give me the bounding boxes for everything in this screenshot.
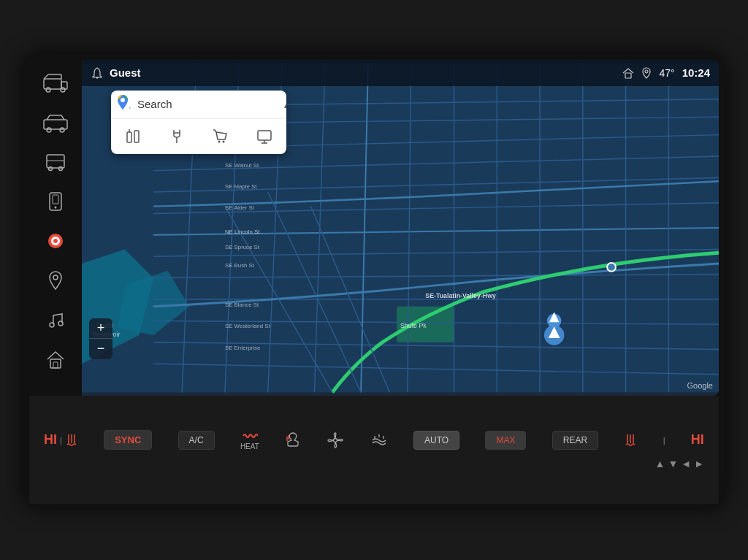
- sidebar-item-location[interactable]: [34, 261, 77, 299]
- google-maps-logo[interactable]: [112, 92, 133, 112]
- svg-rect-23: [50, 359, 61, 368]
- svg-point-19: [53, 239, 58, 243]
- svg-point-9: [60, 128, 64, 132]
- temperature-display: 47°: [659, 67, 674, 79]
- infotainment-screen: SE Cedar St SE Walnut St SE Maple St SE …: [29, 60, 719, 396]
- left-temp-area: HI |: [44, 432, 78, 448]
- search-category-food[interactable]: [111, 123, 155, 150]
- arrow-up[interactable]: ▲: [655, 458, 665, 469]
- top-bar: Guest 47° 10:24: [82, 60, 719, 86]
- svg-text:SE Alder St: SE Alder St: [225, 204, 255, 211]
- search-category-shopping[interactable]: [199, 123, 243, 150]
- controls-top-row: HI | SYNC A/C HEAT: [44, 430, 704, 450]
- home-icon[interactable]: [622, 67, 634, 79]
- bell-icon: [91, 66, 104, 80]
- search-input[interactable]: [137, 98, 276, 110]
- svg-point-12: [59, 166, 63, 170]
- svg-rect-91: [258, 131, 271, 140]
- sync-button[interactable]: SYNC: [104, 430, 152, 450]
- google-watermark: Google: [687, 381, 713, 390]
- svg-point-8: [47, 128, 51, 132]
- sidebar-item-phone[interactable]: [34, 183, 77, 220]
- svg-rect-0: [44, 79, 61, 89]
- svg-point-89: [218, 140, 221, 142]
- svg-text:SE Westerland St: SE Westerland St: [225, 323, 270, 329]
- svg-point-22: [58, 321, 63, 326]
- guest-label: Guest: [110, 66, 141, 79]
- svg-text:NE Lincoln St: NE Lincoln St: [225, 228, 260, 234]
- right-temp-hi: HI: [691, 432, 704, 448]
- left-temp-hi: HI: [44, 432, 57, 448]
- svg-text:SE Walnut St: SE Walnut St: [225, 161, 259, 168]
- heat-label: HEAT: [240, 442, 259, 450]
- search-panel: ▲: [111, 91, 286, 154]
- svg-text:SE Spruce St: SE Spruce St: [225, 244, 260, 250]
- heated-seat-icon[interactable]: [285, 431, 301, 449]
- svg-text:SE Maple St: SE Maple St: [225, 183, 257, 190]
- svg-point-79: [645, 70, 648, 73]
- svg-point-3: [61, 88, 65, 92]
- search-chevron-icon[interactable]: ▲: [282, 99, 286, 110]
- svg-text:SE Blance St: SE Blance St: [225, 301, 259, 307]
- svg-rect-84: [127, 132, 131, 142]
- svg-rect-10: [47, 155, 64, 168]
- zoom-in-button[interactable]: +: [89, 318, 112, 339]
- search-categories-row: [111, 118, 286, 154]
- arrow-right[interactable]: ►: [694, 458, 704, 469]
- sidebar-item-bus[interactable]: [34, 143, 77, 181]
- controls-panel: HI | SYNC A/C HEAT: [29, 396, 719, 504]
- heat-coil-icon: [242, 430, 258, 442]
- svg-point-90: [223, 140, 225, 142]
- arrow-down[interactable]: ▼: [668, 458, 678, 469]
- svg-point-99: [334, 438, 337, 442]
- svg-point-73: [607, 263, 616, 272]
- svg-text:SE Bush St: SE Bush St: [225, 261, 255, 268]
- svg-point-81: [121, 98, 125, 102]
- time-display: 10:24: [682, 66, 710, 79]
- svg-point-16: [55, 206, 57, 208]
- pin-icon[interactable]: [641, 67, 652, 79]
- svg-rect-85: [134, 131, 139, 142]
- svg-text:Shute Pk: Shute Pk: [400, 322, 427, 329]
- controls-bottom-row: ▲ ▼ ◄ ►: [44, 458, 704, 469]
- sidebar-item-truck[interactable]: [34, 64, 77, 102]
- sidebar-item-waze[interactable]: [34, 222, 77, 260]
- svg-point-11: [49, 166, 53, 170]
- rear-button[interactable]: REAR: [552, 431, 598, 450]
- zoom-controls: + −: [89, 318, 112, 359]
- sidebar-item-music[interactable]: [34, 301, 77, 339]
- max-button[interactable]: MAX: [485, 431, 526, 450]
- top-bar-right: 47° 10:24: [622, 66, 710, 79]
- sidebar-item-suv[interactable]: [34, 104, 77, 142]
- svg-point-2: [46, 88, 50, 92]
- svg-line-4: [44, 74, 48, 79]
- search-category-restaurant[interactable]: [155, 123, 199, 150]
- svg-text:SE Enterprise: SE Enterprise: [225, 344, 260, 350]
- svg-rect-15: [53, 195, 58, 204]
- ac-button[interactable]: A/C: [178, 431, 215, 450]
- arrow-left[interactable]: ◄: [681, 458, 691, 469]
- svg-point-20: [53, 275, 58, 280]
- heat-area: HEAT: [240, 430, 259, 450]
- fan-icon[interactable]: [327, 431, 344, 449]
- svg-text:SE-Tualatin-Valley-Hwy: SE-Tualatin-Valley-Hwy: [425, 292, 496, 299]
- auto-button[interactable]: AUTO: [413, 431, 459, 450]
- defrost-icon[interactable]: [370, 433, 388, 448]
- zoom-out-button[interactable]: −: [89, 339, 112, 359]
- left-heat-icon: [65, 433, 78, 448]
- nav-arrows: ▲ ▼ ◄ ►: [655, 458, 704, 469]
- sidebar: [29, 60, 82, 396]
- right-heat-icon: [624, 433, 637, 448]
- map-area[interactable]: SE Cedar St SE Walnut St SE Maple St SE …: [82, 60, 719, 396]
- search-bar: ▲: [111, 91, 286, 118]
- head-unit-bezel: SE Cedar St SE Walnut St SE Maple St SE …: [23, 54, 725, 507]
- svg-rect-78: [625, 73, 631, 78]
- svg-rect-24: [53, 362, 58, 368]
- top-bar-left: Guest: [91, 66, 141, 80]
- sidebar-item-home[interactable]: [34, 340, 77, 378]
- search-category-screen[interactable]: [243, 123, 286, 150]
- svg-point-21: [50, 323, 54, 327]
